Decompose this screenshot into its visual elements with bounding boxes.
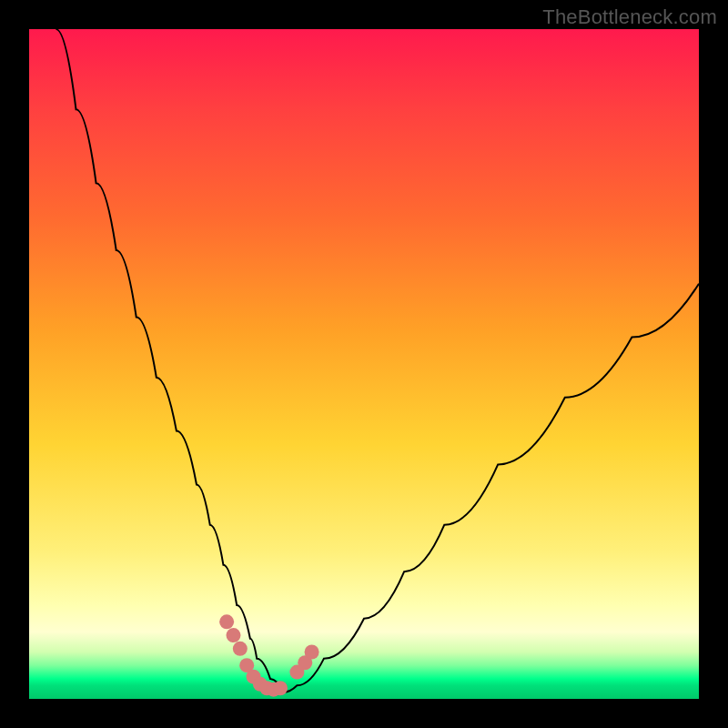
bottleneck-curve-path <box>56 29 699 693</box>
highlight-point <box>273 681 288 695</box>
watermark-text: TheBottleneck.com <box>542 5 717 29</box>
highlight-point <box>219 614 234 629</box>
chart-frame: TheBottleneck.com <box>0 0 728 728</box>
highlight-point <box>233 642 248 656</box>
highlight-point <box>305 644 319 659</box>
chart-svg <box>29 29 699 699</box>
bottleneck-curve <box>56 29 699 693</box>
highlight-point <box>226 628 240 642</box>
